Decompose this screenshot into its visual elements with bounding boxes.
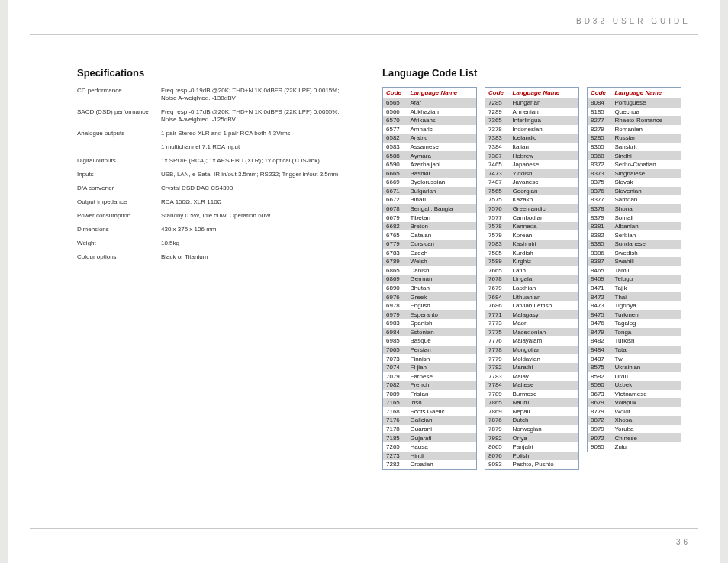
name-cell: Greenlandic xyxy=(510,204,579,214)
name-cell: Assamese xyxy=(407,143,477,152)
table-row: 6890Bhutani xyxy=(383,284,477,293)
code-cell: 7684 xyxy=(485,292,510,301)
name-cell: Bengali, Bangla xyxy=(407,204,477,214)
name-cell: Italian xyxy=(510,143,579,152)
name-cell: Samoan xyxy=(612,195,681,204)
spec-value: 1 pair Stereo XLR and 1 pair RCA both 4.… xyxy=(161,130,352,137)
spec-label: Digital outputs xyxy=(77,157,161,165)
table-row: 8872Xhosa xyxy=(588,416,681,425)
code-cell: 8482 xyxy=(588,336,612,346)
name-cell: Laothian xyxy=(510,284,579,293)
table-row: 8582Urdu xyxy=(588,372,681,381)
code-cell: 8376 xyxy=(588,187,612,196)
table-row: 6983Spanish xyxy=(383,319,477,328)
spec-value: RCA 100Ω; XLR 110Ω xyxy=(161,198,352,206)
code-cell: 7776 xyxy=(485,336,510,346)
table-row: 8368Sindhi xyxy=(588,151,681,160)
code-cell: 7273 xyxy=(383,452,407,461)
specifications-section: Specifications CD performanceFreq resp -… xyxy=(77,67,352,510)
code-cell: 6890 xyxy=(383,284,407,293)
table-row: 6588Aymara xyxy=(383,151,477,160)
table-row: 6765Catalan xyxy=(383,230,477,240)
spec-row: SACD (DSD) performanceFreq resp -0,17dB … xyxy=(77,108,352,124)
table-row: 6978English xyxy=(383,301,477,310)
table-row: 7778Mongolian xyxy=(485,346,579,355)
table-row: 6979Esperanto xyxy=(383,310,477,320)
table-row: 8472Thai xyxy=(588,292,681,301)
table-row: 7577Cambodian xyxy=(485,213,579,222)
code-cell: 6983 xyxy=(383,319,407,328)
name-cell: Sanskrit xyxy=(612,143,681,152)
name-cell: Kashmiri xyxy=(510,240,579,249)
table-row: 6669Byelorussian xyxy=(383,178,477,187)
name-cell: Burmese xyxy=(510,390,579,399)
table-row: 7074Fi jian xyxy=(383,363,477,372)
name-cell: Somali xyxy=(612,213,681,222)
table-row: 7583Kashmiri xyxy=(485,240,579,249)
table-row: 7779Moldavian xyxy=(485,354,579,363)
code-cell: 7784 xyxy=(485,381,510,390)
code-cell: 8979 xyxy=(588,425,612,434)
name-cell: Tajik xyxy=(612,284,681,293)
code-cell: 7079 xyxy=(383,372,407,381)
code-cell: 7589 xyxy=(485,257,510,266)
code-cell: 7779 xyxy=(485,354,510,363)
header-text: BD32 USER GUIDE xyxy=(576,17,691,25)
table-row: 7585Kurdish xyxy=(485,249,579,258)
code-cell: 7665 xyxy=(485,266,510,275)
code-cell: 7775 xyxy=(485,328,510,337)
name-cell: Frisian xyxy=(407,390,477,399)
name-cell: Serbian xyxy=(612,230,681,240)
col-header-name: Language Name xyxy=(612,88,681,98)
name-cell: Kirghiz xyxy=(510,257,579,266)
code-cell: 8469 xyxy=(588,275,612,284)
table-row: 6582Arabic xyxy=(383,134,477,143)
code-cell: 6669 xyxy=(383,178,407,187)
name-cell: Byelorussian xyxy=(407,178,477,187)
table-row: 8084Portuguese xyxy=(588,98,681,108)
col-header-code: Code xyxy=(485,88,510,98)
table-row: 6865Danish xyxy=(383,266,477,275)
code-cell: 8590 xyxy=(588,381,612,390)
code-cell: 7679 xyxy=(485,284,510,293)
table-row: 8487Twi xyxy=(588,354,681,363)
table-row: 7079Faroese xyxy=(383,372,477,381)
spec-value: 1 multichannel 7.1 RCA input xyxy=(161,143,352,151)
spec-value: 1x SPDIF (RCA); 1x AES/EBU (XLR); 1x opt… xyxy=(161,157,352,165)
table-row: 8475Turkmen xyxy=(588,310,681,320)
spec-row: D/A converterCrystal DSD DAC CS4398 xyxy=(77,185,352,192)
name-cell: Malagasy xyxy=(510,310,579,320)
name-cell: Guarani xyxy=(407,425,477,434)
name-cell: Slovenian xyxy=(612,187,681,196)
table-row: 7869Nepali xyxy=(485,407,579,417)
name-cell: Hindi xyxy=(407,452,477,461)
spec-row: Colour optionsBlack or Titanium xyxy=(77,253,352,261)
specifications-heading: Specifications xyxy=(77,67,352,79)
table-row: 8673Vietnamese xyxy=(588,390,681,399)
code-cell: 8386 xyxy=(588,249,612,258)
code-cell: 9085 xyxy=(588,442,612,452)
name-cell: Arabic xyxy=(407,134,477,143)
name-cell: Tibetan xyxy=(407,213,477,222)
table-row: 8386Swedish xyxy=(588,249,681,258)
name-cell: Bhutani xyxy=(407,284,477,293)
language-code-section: Language Code List CodeLanguage Name6565… xyxy=(382,67,681,510)
name-cell: Chinese xyxy=(612,433,681,442)
name-cell: Persian xyxy=(407,346,477,355)
language-column: CodeLanguage Name7285Hungarian7289Armeni… xyxy=(485,87,579,470)
code-cell: 8484 xyxy=(588,346,612,355)
code-cell: 6679 xyxy=(383,213,407,222)
table-row: 6984Estonian xyxy=(383,328,477,337)
name-cell: English xyxy=(407,301,477,310)
code-cell: 7678 xyxy=(485,275,510,284)
name-cell: Sundanese xyxy=(612,240,681,249)
table-row: 8375Slovak xyxy=(588,178,681,187)
table-row: 8376Slovenian xyxy=(588,187,681,196)
name-cell: Tatar xyxy=(612,346,681,355)
name-cell: Twi xyxy=(612,354,681,363)
code-cell: 7487 xyxy=(485,178,510,187)
name-cell: Malayalam xyxy=(510,336,579,346)
table-row: 8065Panjabi xyxy=(485,442,579,452)
table-row: 8372Serbo-Croatian xyxy=(588,160,681,169)
table-row: 8471Tajik xyxy=(588,284,681,293)
